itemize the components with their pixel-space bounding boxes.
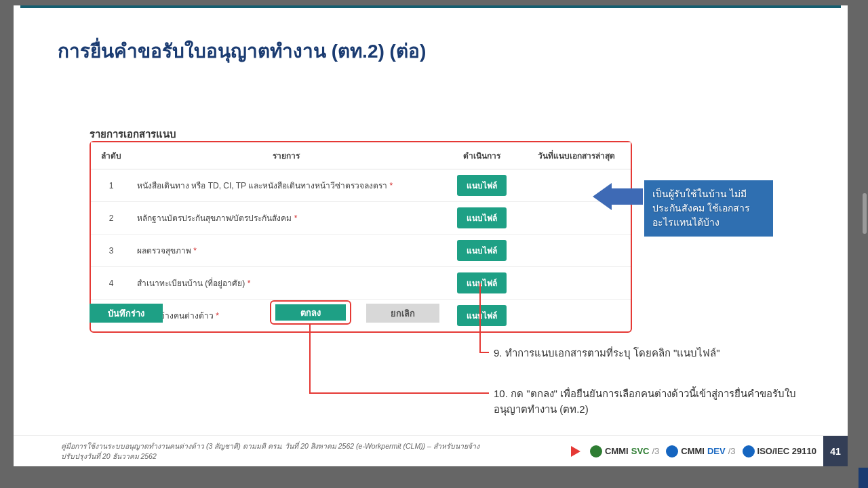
triangle-icon	[571, 446, 580, 457]
connector-line	[479, 352, 489, 353]
table-header-row: ลำดับ รายการ ดำเนินการ วันที่แนบเอกสารล่…	[91, 142, 631, 169]
row-index: 4	[91, 267, 132, 300]
panel-heading: รายการเอกสารแนบ	[90, 126, 176, 142]
circle-icon	[743, 445, 755, 458]
page-number: 41	[823, 436, 848, 467]
scrollbar-thumb[interactable]	[863, 193, 867, 234]
cmmi-svc-logo: CMMISVC/3	[590, 445, 659, 458]
row-index: 1	[91, 169, 132, 202]
attach-button[interactable]: แนบไฟล์	[457, 240, 507, 261]
row-index: 3	[91, 235, 132, 267]
iso-logo: ISO/IEC 29110	[743, 445, 816, 458]
col-index: ลำดับ	[91, 142, 132, 169]
confirm-button[interactable]: ตกลง	[275, 304, 346, 321]
slide: การยื่นคำขอรับใบอนุญาตทำงาน (ตท.2) (ต่อ)…	[14, 5, 848, 466]
footer-text: คู่มือการใช้งานระบบอนุญาตทำงานคนต่างด้าว…	[61, 441, 479, 460]
table-row: 4 สำเนาทะเบียนบ้าน (ที่อยู่อาศัย) * แนบไ…	[91, 267, 631, 300]
page-title: การยื่นคำขอรับใบอนุญาตทำงาน (ตท.2) (ต่อ)	[58, 36, 426, 66]
table-row: 2 หลักฐานบัตรประกันสุขภาพ/บัตรประกันสังค…	[91, 202, 631, 235]
row-name: หลักฐานบัตรประกันสุขภาพ/บัตรประกันสังคม …	[132, 202, 441, 235]
row-name: หนังสือเดินทาง หรือ TD, CI, TP และหนังสื…	[132, 169, 441, 202]
callout-box: เป็นผู้รับใช้ในบ้าน ไม่มีประกันสังคม ใช้…	[644, 180, 773, 237]
connector-line	[479, 283, 481, 352]
cancel-button[interactable]: ยกเลิก	[366, 304, 439, 323]
save-draft-button[interactable]: บันทึกร่าง	[90, 304, 163, 323]
top-accent-bar	[20, 5, 841, 8]
connector-line	[309, 325, 311, 392]
connector-line	[309, 392, 489, 394]
col-action: ดำเนินการ	[441, 142, 522, 169]
side-accent	[859, 468, 868, 488]
attachment-table: ลำดับ รายการ ดำเนินการ วันที่แนบเอกสารล่…	[90, 141, 632, 333]
circle-icon	[590, 445, 602, 458]
cmmi-dev-logo: CMMIDEV/3	[666, 445, 735, 458]
col-date: วันที่แนบเอกสารล่าสุด	[522, 142, 631, 169]
step-10-text: 10. กด "ตกลง" เพื่อยืนยันการเลือกคนต่างด…	[494, 386, 812, 417]
footer-logos: CMMISVC/3 CMMIDEV/3 ISO/IEC 29110 41	[571, 436, 848, 467]
circle-icon	[666, 445, 678, 458]
table-row: 1 หนังสือเดินทาง หรือ TD, CI, TP และหนัง…	[91, 169, 631, 202]
confirm-highlight: ตกลง	[270, 300, 351, 325]
table-row: 3 ผลตรวจสุขภาพ * แนบไฟล์	[91, 235, 631, 267]
attach-button[interactable]: แนบไฟล์	[457, 175, 507, 196]
col-name: รายการ	[132, 142, 441, 169]
row-name: สำเนาทะเบียนบ้าน (ที่อยู่อาศัย) *	[132, 267, 441, 300]
footer: คู่มือการใช้งานระบบอนุญาตทำงานคนต่างด้าว…	[14, 435, 848, 466]
row-name: ผลตรวจสุขภาพ *	[132, 235, 441, 267]
attach-button[interactable]: แนบไฟล์	[457, 272, 507, 293]
attach-button[interactable]: แนบไฟล์	[457, 305, 507, 326]
row-index: 2	[91, 202, 132, 235]
attach-button[interactable]: แนบไฟล์	[457, 207, 507, 228]
table-row: 5 สัญญาจ้างคนต่างด้าว * แนบไฟล์	[91, 300, 631, 332]
step-9-text: 9. ทำการแนบเอกสารตามที่ระบุ โดยคลิก "แนบ…	[494, 346, 792, 361]
